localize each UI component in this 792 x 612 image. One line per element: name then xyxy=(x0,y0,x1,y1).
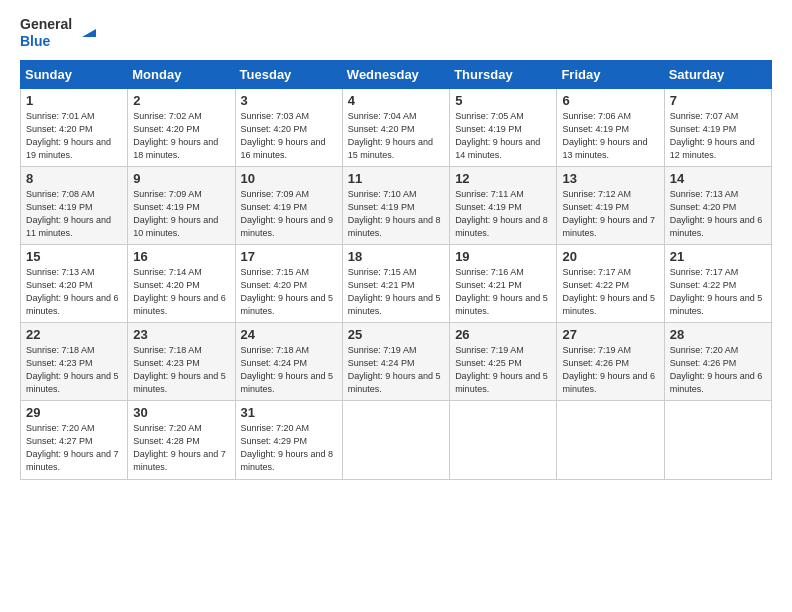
day-number: 7 xyxy=(670,93,766,108)
day-cell-24: 24Sunrise: 7:18 AMSunset: 4:24 PMDayligh… xyxy=(235,323,342,401)
day-number: 9 xyxy=(133,171,229,186)
day-info: Sunrise: 7:20 AMSunset: 4:26 PMDaylight:… xyxy=(670,344,766,396)
day-cell-5: 5Sunrise: 7:05 AMSunset: 4:19 PMDaylight… xyxy=(450,88,557,166)
day-number: 26 xyxy=(455,327,551,342)
col-header-wednesday: Wednesday xyxy=(342,60,449,88)
day-cell-23: 23Sunrise: 7:18 AMSunset: 4:23 PMDayligh… xyxy=(128,323,235,401)
day-info: Sunrise: 7:12 AMSunset: 4:19 PMDaylight:… xyxy=(562,188,658,240)
day-number: 8 xyxy=(26,171,122,186)
week-row-0: 1Sunrise: 7:01 AMSunset: 4:20 PMDaylight… xyxy=(21,88,772,166)
day-number: 20 xyxy=(562,249,658,264)
day-number: 16 xyxy=(133,249,229,264)
day-number: 17 xyxy=(241,249,337,264)
day-cell-3: 3Sunrise: 7:03 AMSunset: 4:20 PMDaylight… xyxy=(235,88,342,166)
day-cell-27: 27Sunrise: 7:19 AMSunset: 4:26 PMDayligh… xyxy=(557,323,664,401)
day-info: Sunrise: 7:08 AMSunset: 4:19 PMDaylight:… xyxy=(26,188,122,240)
day-info: Sunrise: 7:13 AMSunset: 4:20 PMDaylight:… xyxy=(670,188,766,240)
day-cell-8: 8Sunrise: 7:08 AMSunset: 4:19 PMDaylight… xyxy=(21,166,128,244)
day-cell-1: 1Sunrise: 7:01 AMSunset: 4:20 PMDaylight… xyxy=(21,88,128,166)
day-number: 28 xyxy=(670,327,766,342)
day-info: Sunrise: 7:15 AMSunset: 4:21 PMDaylight:… xyxy=(348,266,444,318)
day-info: Sunrise: 7:18 AMSunset: 4:23 PMDaylight:… xyxy=(26,344,122,396)
day-cell-18: 18Sunrise: 7:15 AMSunset: 4:21 PMDayligh… xyxy=(342,244,449,322)
day-info: Sunrise: 7:18 AMSunset: 4:23 PMDaylight:… xyxy=(133,344,229,396)
day-cell-28: 28Sunrise: 7:20 AMSunset: 4:26 PMDayligh… xyxy=(664,323,771,401)
day-cell-4: 4Sunrise: 7:04 AMSunset: 4:20 PMDaylight… xyxy=(342,88,449,166)
day-cell-29: 29Sunrise: 7:20 AMSunset: 4:27 PMDayligh… xyxy=(21,401,128,479)
logo: General Blue xyxy=(20,16,100,50)
day-cell-12: 12Sunrise: 7:11 AMSunset: 4:19 PMDayligh… xyxy=(450,166,557,244)
day-number: 27 xyxy=(562,327,658,342)
day-info: Sunrise: 7:07 AMSunset: 4:19 PMDaylight:… xyxy=(670,110,766,162)
day-number: 6 xyxy=(562,93,658,108)
day-number: 2 xyxy=(133,93,229,108)
col-header-sunday: Sunday xyxy=(21,60,128,88)
day-cell-13: 13Sunrise: 7:12 AMSunset: 4:19 PMDayligh… xyxy=(557,166,664,244)
day-number: 30 xyxy=(133,405,229,420)
day-cell-30: 30Sunrise: 7:20 AMSunset: 4:28 PMDayligh… xyxy=(128,401,235,479)
day-cell-25: 25Sunrise: 7:19 AMSunset: 4:24 PMDayligh… xyxy=(342,323,449,401)
day-info: Sunrise: 7:09 AMSunset: 4:19 PMDaylight:… xyxy=(133,188,229,240)
day-cell-19: 19Sunrise: 7:16 AMSunset: 4:21 PMDayligh… xyxy=(450,244,557,322)
day-info: Sunrise: 7:06 AMSunset: 4:19 PMDaylight:… xyxy=(562,110,658,162)
day-number: 3 xyxy=(241,93,337,108)
day-info: Sunrise: 7:18 AMSunset: 4:24 PMDaylight:… xyxy=(241,344,337,396)
day-cell-22: 22Sunrise: 7:18 AMSunset: 4:23 PMDayligh… xyxy=(21,323,128,401)
day-cell-17: 17Sunrise: 7:15 AMSunset: 4:20 PMDayligh… xyxy=(235,244,342,322)
day-info: Sunrise: 7:11 AMSunset: 4:19 PMDaylight:… xyxy=(455,188,551,240)
day-number: 23 xyxy=(133,327,229,342)
day-number: 10 xyxy=(241,171,337,186)
logo-general-text: General xyxy=(20,16,72,33)
week-row-1: 8Sunrise: 7:08 AMSunset: 4:19 PMDaylight… xyxy=(21,166,772,244)
calendar-table: SundayMondayTuesdayWednesdayThursdayFrid… xyxy=(20,60,772,480)
day-info: Sunrise: 7:13 AMSunset: 4:20 PMDaylight:… xyxy=(26,266,122,318)
calendar-body: 1Sunrise: 7:01 AMSunset: 4:20 PMDaylight… xyxy=(21,88,772,479)
week-row-2: 15Sunrise: 7:13 AMSunset: 4:20 PMDayligh… xyxy=(21,244,772,322)
day-cell-31: 31Sunrise: 7:20 AMSunset: 4:29 PMDayligh… xyxy=(235,401,342,479)
day-number: 5 xyxy=(455,93,551,108)
day-info: Sunrise: 7:19 AMSunset: 4:24 PMDaylight:… xyxy=(348,344,444,396)
day-info: Sunrise: 7:01 AMSunset: 4:20 PMDaylight:… xyxy=(26,110,122,162)
day-number: 15 xyxy=(26,249,122,264)
day-info: Sunrise: 7:19 AMSunset: 4:25 PMDaylight:… xyxy=(455,344,551,396)
day-info: Sunrise: 7:14 AMSunset: 4:20 PMDaylight:… xyxy=(133,266,229,318)
header: General Blue xyxy=(20,16,772,50)
day-info: Sunrise: 7:20 AMSunset: 4:29 PMDaylight:… xyxy=(241,422,337,474)
col-header-monday: Monday xyxy=(128,60,235,88)
day-cell-6: 6Sunrise: 7:06 AMSunset: 4:19 PMDaylight… xyxy=(557,88,664,166)
day-cell-7: 7Sunrise: 7:07 AMSunset: 4:19 PMDaylight… xyxy=(664,88,771,166)
day-number: 18 xyxy=(348,249,444,264)
day-number: 12 xyxy=(455,171,551,186)
day-info: Sunrise: 7:15 AMSunset: 4:20 PMDaylight:… xyxy=(241,266,337,318)
logo-blue-text: Blue xyxy=(20,33,72,50)
day-number: 31 xyxy=(241,405,337,420)
day-cell-9: 9Sunrise: 7:09 AMSunset: 4:19 PMDaylight… xyxy=(128,166,235,244)
day-info: Sunrise: 7:16 AMSunset: 4:21 PMDaylight:… xyxy=(455,266,551,318)
day-cell-2: 2Sunrise: 7:02 AMSunset: 4:20 PMDaylight… xyxy=(128,88,235,166)
day-info: Sunrise: 7:20 AMSunset: 4:28 PMDaylight:… xyxy=(133,422,229,474)
day-cell-15: 15Sunrise: 7:13 AMSunset: 4:20 PMDayligh… xyxy=(21,244,128,322)
day-info: Sunrise: 7:05 AMSunset: 4:19 PMDaylight:… xyxy=(455,110,551,162)
day-info: Sunrise: 7:04 AMSunset: 4:20 PMDaylight:… xyxy=(348,110,444,162)
day-number: 22 xyxy=(26,327,122,342)
empty-cell xyxy=(450,401,557,479)
empty-cell xyxy=(664,401,771,479)
col-header-thursday: Thursday xyxy=(450,60,557,88)
day-info: Sunrise: 7:03 AMSunset: 4:20 PMDaylight:… xyxy=(241,110,337,162)
day-number: 24 xyxy=(241,327,337,342)
day-number: 13 xyxy=(562,171,658,186)
logo-arrow-icon xyxy=(78,19,100,41)
week-row-4: 29Sunrise: 7:20 AMSunset: 4:27 PMDayligh… xyxy=(21,401,772,479)
day-number: 1 xyxy=(26,93,122,108)
col-header-saturday: Saturday xyxy=(664,60,771,88)
day-number: 11 xyxy=(348,171,444,186)
day-cell-14: 14Sunrise: 7:13 AMSunset: 4:20 PMDayligh… xyxy=(664,166,771,244)
empty-cell xyxy=(557,401,664,479)
day-info: Sunrise: 7:02 AMSunset: 4:20 PMDaylight:… xyxy=(133,110,229,162)
empty-cell xyxy=(342,401,449,479)
day-cell-21: 21Sunrise: 7:17 AMSunset: 4:22 PMDayligh… xyxy=(664,244,771,322)
day-info: Sunrise: 7:19 AMSunset: 4:26 PMDaylight:… xyxy=(562,344,658,396)
day-cell-16: 16Sunrise: 7:14 AMSunset: 4:20 PMDayligh… xyxy=(128,244,235,322)
day-number: 19 xyxy=(455,249,551,264)
day-number: 4 xyxy=(348,93,444,108)
